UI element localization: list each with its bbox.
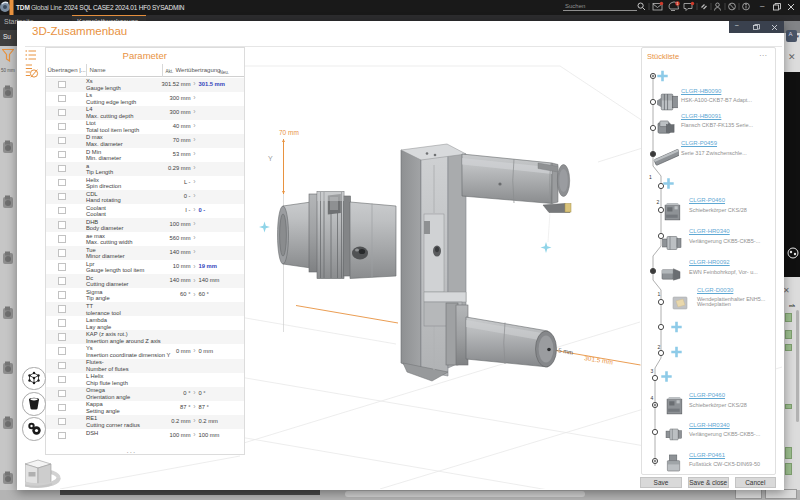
svg-text:301.5 mm: 301.5 mm	[584, 354, 614, 365]
svg-text:70 mm: 70 mm	[279, 129, 299, 136]
svg-text:Y: Y	[268, 155, 273, 162]
svg-text:-5 mm: -5 mm	[556, 347, 574, 356]
